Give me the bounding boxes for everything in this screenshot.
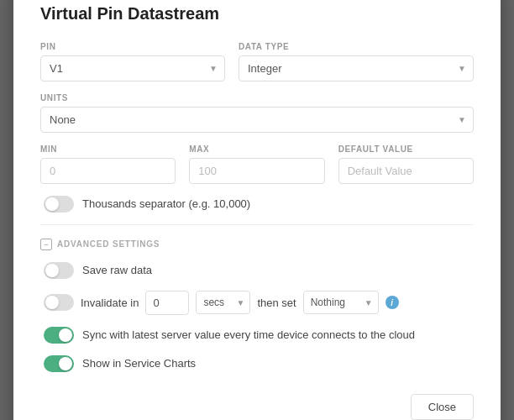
default-value-input[interactable] bbox=[338, 158, 474, 184]
show-in-charts-label: Show in Service Charts bbox=[82, 357, 196, 370]
advanced-settings-label: ADVANCED SETTINGS bbox=[57, 239, 160, 249]
invalidate-label: Invalidate in bbox=[81, 297, 139, 309]
pin-select[interactable]: V1 V2 V3 V4 bbox=[40, 55, 225, 81]
sync-label: Sync with latest server value every time… bbox=[82, 328, 415, 341]
min-label: MIN bbox=[40, 144, 176, 154]
invalidate-toggle[interactable] bbox=[44, 294, 74, 311]
default-value-group: DEFAULT VALUE bbox=[338, 144, 474, 184]
data-type-label: DATA TYPE bbox=[239, 42, 474, 51]
max-label: MAX bbox=[189, 144, 324, 154]
then-set-label: then set bbox=[257, 297, 296, 309]
data-type-select[interactable]: Integer Double String Enum bbox=[239, 55, 474, 81]
units-label: UNITS bbox=[40, 93, 474, 102]
sync-row: Sync with latest server value every time… bbox=[40, 327, 474, 344]
pin-datatype-row: PIN V1 V2 V3 V4 ▼ DATA TYPE Integer Doub… bbox=[40, 42, 474, 81]
nothing-select[interactable]: Nothing 0 Custom bbox=[303, 291, 379, 314]
close-button[interactable]: Close bbox=[411, 394, 474, 420]
thousands-separator-label: Thousands separator (e.g. 10,000) bbox=[82, 197, 250, 210]
save-raw-data-toggle[interactable] bbox=[44, 262, 74, 279]
invalidate-value-input[interactable] bbox=[145, 291, 189, 315]
show-in-charts-row: Show in Service Charts bbox=[40, 355, 474, 372]
advanced-settings-collapse-icon[interactable]: − bbox=[40, 239, 52, 250]
pin-group: PIN V1 V2 V3 V4 ▼ bbox=[40, 42, 225, 81]
invalidate-unit-wrapper: secs mins hours ▼ bbox=[196, 291, 250, 314]
thousands-separator-row: Thousands separator (e.g. 10,000) bbox=[40, 196, 474, 213]
pin-select-wrapper: V1 V2 V3 V4 ▼ bbox=[40, 55, 225, 81]
advanced-settings-content: Save raw data Invalidate in secs mins ho… bbox=[40, 262, 474, 372]
units-row: UNITS None Celsius Fahrenheit Percent ▼ bbox=[40, 93, 474, 133]
save-raw-data-label: Save raw data bbox=[82, 264, 152, 276]
data-type-group: DATA TYPE Integer Double String Enum ▼ bbox=[239, 42, 474, 81]
invalidate-unit-select[interactable]: secs mins hours bbox=[196, 291, 250, 314]
min-max-default-row: MIN MAX DEFAULT VALUE bbox=[40, 144, 474, 184]
min-input[interactable] bbox=[40, 158, 176, 184]
pin-label: PIN bbox=[40, 42, 225, 51]
modal-footer: Close bbox=[40, 384, 474, 420]
advanced-settings-header: − ADVANCED SETTINGS bbox=[40, 239, 474, 250]
nothing-select-wrapper: Nothing 0 Custom ▼ bbox=[303, 291, 379, 314]
units-select-wrapper: None Celsius Fahrenheit Percent ▼ bbox=[40, 107, 474, 133]
divider bbox=[40, 224, 474, 225]
max-input[interactable] bbox=[189, 158, 324, 184]
thousands-separator-toggle[interactable] bbox=[44, 196, 74, 213]
sync-toggle[interactable] bbox=[44, 327, 74, 344]
save-raw-data-row: Save raw data bbox=[40, 262, 474, 279]
show-in-charts-toggle[interactable] bbox=[44, 355, 74, 372]
min-group: MIN bbox=[40, 144, 176, 184]
data-type-select-wrapper: Integer Double String Enum ▼ bbox=[239, 55, 474, 81]
default-value-label: DEFAULT VALUE bbox=[338, 144, 474, 154]
units-select[interactable]: None Celsius Fahrenheit Percent bbox=[40, 107, 474, 133]
max-group: MAX bbox=[189, 144, 324, 184]
units-group: UNITS None Celsius Fahrenheit Percent ▼ bbox=[40, 93, 474, 133]
modal-title: Virtual Pin Datastream bbox=[40, 4, 474, 24]
virtual-pin-datastream-modal: Virtual Pin Datastream PIN V1 V2 V3 V4 ▼… bbox=[13, 0, 501, 420]
info-icon[interactable]: i bbox=[386, 296, 399, 309]
invalidate-row: Invalidate in secs mins hours ▼ then set… bbox=[40, 291, 474, 315]
